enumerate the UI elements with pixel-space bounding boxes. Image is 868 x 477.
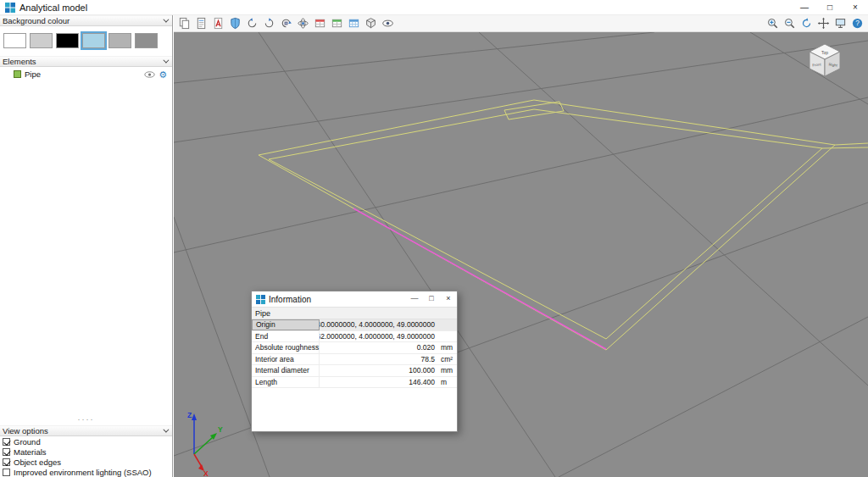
row-value: 100.000	[320, 365, 438, 376]
checkbox-row-object-edges[interactable]: Object edges	[0, 457, 172, 467]
green-table-icon	[331, 17, 343, 30]
chevron-down-icon[interactable]	[163, 427, 169, 433]
minimize-button[interactable]: —	[792, 0, 817, 15]
table-row-internal-diameter[interactable]: Internal diameter 100.000 mm	[252, 365, 457, 377]
help-button[interactable]: ?	[849, 16, 865, 31]
viewport-toolbar: ?	[174, 15, 868, 32]
visibility-eye-icon[interactable]	[144, 70, 155, 79]
report-icon	[195, 17, 208, 30]
table-row-length[interactable]: Length 146.400 m	[252, 377, 457, 389]
swatch-dark-grey-gradient[interactable]	[135, 33, 158, 48]
pdf-export-button[interactable]	[210, 16, 226, 31]
zoom-all-button[interactable]	[765, 16, 781, 31]
checkbox-row-materials[interactable]: Materials	[0, 446, 172, 457]
screen-display-icon	[834, 17, 847, 30]
copy-view-button[interactable]	[176, 16, 192, 31]
materials-checkbox[interactable]	[3, 448, 10, 456]
orbit-left-icon	[246, 17, 259, 30]
elements-title: Elements	[3, 57, 36, 66]
app-icon	[5, 3, 15, 13]
information-dialog-title: Information	[269, 295, 311, 304]
red-table-icon	[314, 17, 326, 30]
properties-table: Origin 140.0000000, 4.0000000, 49.000000…	[252, 319, 457, 388]
swatch-black[interactable]	[56, 33, 79, 48]
row-label: Interior area	[252, 354, 320, 365]
data-table-icon	[348, 17, 360, 30]
screen-display-button[interactable]	[832, 16, 849, 31]
row-unit	[438, 331, 457, 342]
row-unit: mm	[438, 342, 457, 353]
checkbox-row-ssao[interactable]: Improved environment lighting (SSAO)	[0, 467, 172, 477]
swatch-light-grey[interactable]	[30, 33, 53, 48]
element-row-pipe[interactable]: Pipe ⚙	[0, 67, 172, 81]
app-icon	[256, 295, 265, 304]
red-table-button[interactable]	[312, 16, 328, 31]
orbit-left-button[interactable]	[244, 16, 260, 31]
table-row-interior-area[interactable]: Interior area 78.5 cm²	[252, 354, 457, 366]
window-titlebar[interactable]: Analytical model — □ ×	[0, 0, 868, 15]
object-edges-checkbox[interactable]	[3, 458, 10, 466]
sidebar-empty-space	[0, 81, 172, 418]
zoom-window-icon	[783, 17, 796, 30]
iso-cube-button[interactable]	[363, 16, 379, 31]
close-button[interactable]: ×	[843, 0, 868, 15]
checkbox-label: Materials	[14, 447, 47, 457]
ssao-checkbox[interactable]	[3, 469, 10, 476]
dialog-close-button[interactable]: ×	[440, 291, 457, 307]
maximize-button[interactable]: □	[817, 0, 843, 15]
swatch-light-blue[interactable]	[82, 33, 105, 48]
row-value: 146.400	[320, 377, 438, 388]
row-label: Absolute roughness	[252, 342, 320, 353]
row-label: Origin	[252, 319, 320, 330]
dialog-minimize-button[interactable]: —	[406, 291, 423, 307]
data-table-button[interactable]	[346, 16, 362, 31]
table-row-absolute-roughness[interactable]: Absolute roughness 0.020 mm	[252, 342, 457, 354]
pan-icon	[817, 17, 830, 30]
table-row-end[interactable]: End 262.0000000, 4.0000000, 49.0000000	[252, 331, 457, 343]
visibility-button[interactable]	[380, 16, 396, 31]
swatch-grey-gradient[interactable]	[108, 33, 131, 48]
elements-header[interactable]: Elements	[0, 56, 172, 67]
iso-cube-icon	[364, 17, 377, 30]
gear-icon[interactable]: ⚙	[159, 70, 167, 79]
window-title: Analytical model	[19, 3, 87, 13]
refresh-view-button[interactable]	[798, 16, 815, 31]
row-value: 262.0000000, 4.0000000, 49.0000000	[320, 331, 438, 342]
copy-view-icon	[178, 17, 191, 30]
pipe-colour-swatch	[14, 70, 21, 78]
dialog-maximize-button[interactable]: □	[423, 291, 440, 307]
chevron-down-icon[interactable]	[163, 58, 169, 64]
orbit-right-icon	[263, 17, 275, 30]
axis-gizmo: Z Y X	[187, 411, 223, 477]
protection-shield-button[interactable]	[227, 16, 243, 31]
orbit-up-button[interactable]	[278, 16, 294, 31]
visibility-eye-icon	[381, 17, 394, 30]
information-dialog-titlebar[interactable]: Information — □ ×	[252, 291, 457, 307]
svg-text:?: ?	[855, 19, 860, 27]
row-value: 0.020	[320, 342, 438, 353]
orbit-free-button[interactable]	[295, 16, 311, 31]
checkbox-label: Improved environment lighting (SSAO)	[14, 468, 152, 477]
nav-cube-top-label[interactable]: Top	[821, 50, 828, 55]
background-swatches	[0, 26, 172, 56]
checkbox-row-ground[interactable]: Ground	[0, 436, 172, 446]
ground-checkbox[interactable]	[3, 438, 10, 446]
orbit-right-button[interactable]	[261, 16, 277, 31]
shield-icon	[229, 17, 242, 30]
pan-view-button[interactable]	[815, 16, 832, 31]
panel-splitter-handle[interactable]: ····	[0, 418, 172, 425]
background-colour-header[interactable]: Background colour	[0, 15, 172, 26]
dialog-section-header: Pipe	[252, 307, 457, 319]
view-options-header[interactable]: View options	[0, 425, 172, 436]
green-table-button[interactable]	[329, 16, 345, 31]
zoom-window-button[interactable]	[782, 16, 798, 31]
x-axis-label: X	[203, 469, 209, 477]
chevron-down-icon[interactable]	[163, 17, 169, 23]
checkbox-label: Object edges	[14, 458, 61, 467]
swatch-white[interactable]	[3, 33, 26, 48]
row-unit: m	[438, 377, 457, 388]
z-axis-label: Z	[187, 411, 192, 419]
table-row-origin[interactable]: Origin 140.0000000, 4.0000000, 49.000000…	[252, 319, 457, 331]
background-colour-title: Background colour	[3, 16, 70, 25]
report-button[interactable]	[193, 16, 209, 31]
